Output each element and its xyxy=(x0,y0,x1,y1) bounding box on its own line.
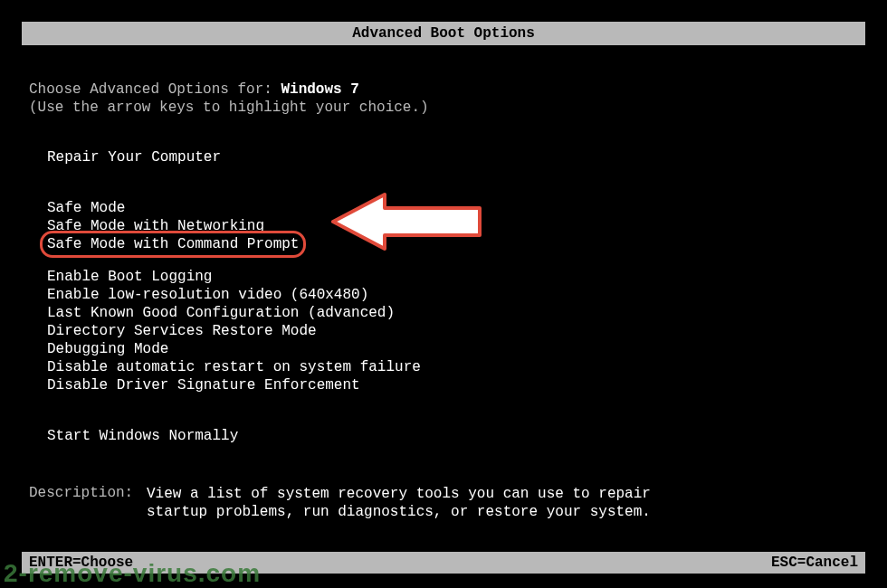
description-label: Description: xyxy=(29,485,147,521)
option-debugging-mode[interactable]: Debugging Mode xyxy=(47,340,858,358)
prompt-line: Choose Advanced Options for: Windows 7 xyxy=(29,81,858,98)
group-normal: Start Windows Normally xyxy=(29,427,858,445)
footer-esc-hint: ESC=Cancel xyxy=(771,555,858,571)
option-directory-services-restore[interactable]: Directory Services Restore Mode xyxy=(47,322,858,340)
group-repair: Repair Your Computer xyxy=(29,148,858,166)
option-enable-boot-logging[interactable]: Enable Boot Logging xyxy=(47,268,858,286)
title-bar: Advanced Boot Options xyxy=(22,22,865,45)
page-title: Advanced Boot Options xyxy=(352,25,535,42)
group-advanced: Enable Boot Logging Enable low-resolutio… xyxy=(29,268,858,394)
os-name: Windows 7 xyxy=(281,81,358,98)
watermark: 2-remove-virus.com xyxy=(4,559,261,588)
option-start-windows-normally[interactable]: Start Windows Normally xyxy=(47,427,858,445)
prompt-prefix: Choose Advanced Options for: xyxy=(29,81,281,98)
option-safe-mode-networking[interactable]: Safe Mode with Networking xyxy=(47,217,858,235)
option-disable-driver-sig[interactable]: Disable Driver Signature Enforcement xyxy=(47,376,858,394)
highlighted-option-wrap: Safe Mode with Command Prompt xyxy=(47,235,299,253)
option-disable-auto-restart[interactable]: Disable automatic restart on system fail… xyxy=(47,358,858,376)
option-last-known-good[interactable]: Last Known Good Configuration (advanced) xyxy=(47,304,858,322)
description-row: Description: View a list of system recov… xyxy=(29,485,858,521)
description-text: View a list of system recovery tools you… xyxy=(147,485,653,521)
option-low-res-video[interactable]: Enable low-resolution video (640x480) xyxy=(47,286,858,304)
option-repair-your-computer[interactable]: Repair Your Computer xyxy=(47,148,858,166)
option-safe-mode-command-prompt[interactable]: Safe Mode with Command Prompt xyxy=(47,235,299,253)
hint-line: (Use the arrow keys to highlight your ch… xyxy=(29,100,858,116)
main-content: Choose Advanced Options for: Windows 7 (… xyxy=(0,81,887,521)
group-safe-mode: Safe Mode Safe Mode with Networking Safe… xyxy=(29,199,858,253)
option-safe-mode[interactable]: Safe Mode xyxy=(47,199,858,217)
